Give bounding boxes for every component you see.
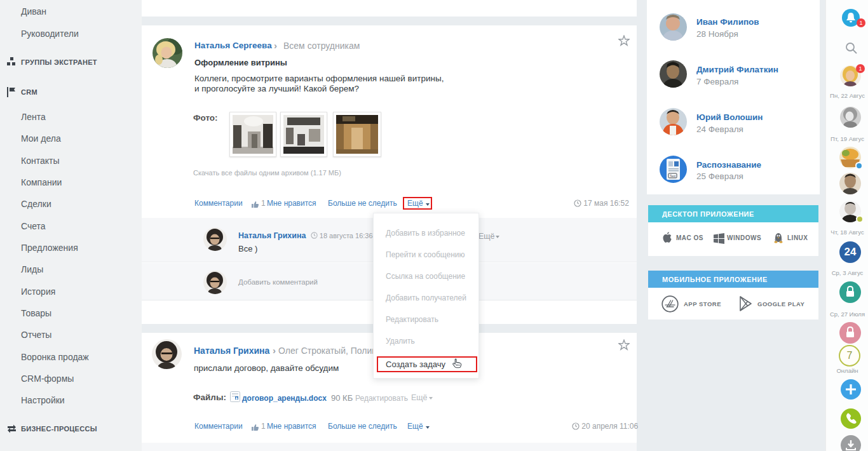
svg-text:Text: Text	[670, 174, 676, 178]
